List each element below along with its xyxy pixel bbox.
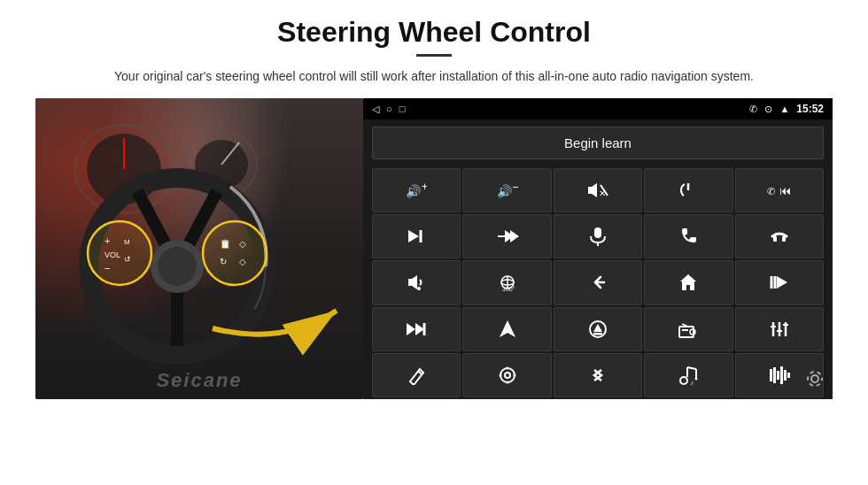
content-row: + VOL – M ↺ 📋 ◇ ↻ ◇ <box>35 98 833 399</box>
svg-text:✆: ✆ <box>767 186 775 196</box>
svg-marker-40 <box>510 230 519 242</box>
svg-point-46 <box>417 287 421 290</box>
svg-marker-55 <box>407 323 415 335</box>
svg-text:◇: ◇ <box>239 257 246 266</box>
svg-text:–: – <box>105 262 111 273</box>
svg-point-19 <box>203 221 267 285</box>
svg-point-92 <box>811 375 818 382</box>
svg-point-84 <box>695 377 698 380</box>
steering-wheel-photo: + VOL – M ↺ 📋 ◇ ↻ ◇ <box>35 98 363 399</box>
hangup-button[interactable] <box>735 214 824 258</box>
phone-prev-button[interactable]: ✆ ⏮ <box>735 168 824 212</box>
location-status-icon: ⊙ <box>764 104 772 115</box>
svg-rect-64 <box>682 329 688 331</box>
svg-point-79 <box>513 373 515 376</box>
speaker-button[interactable] <box>372 260 461 304</box>
svg-text:🔊: 🔊 <box>406 184 422 199</box>
svg-marker-54 <box>777 276 787 289</box>
svg-text:◇: ◇ <box>239 239 246 249</box>
svg-marker-36 <box>408 230 419 242</box>
skip-fwd-button[interactable] <box>372 307 461 351</box>
equalizer-button[interactable] <box>735 307 824 351</box>
status-time: 15:52 <box>796 103 824 115</box>
svg-text:+: + <box>422 181 427 193</box>
svg-point-74 <box>500 368 515 382</box>
svg-rect-61 <box>593 333 602 335</box>
home-button[interactable] <box>644 260 732 304</box>
next-track-button[interactable] <box>372 214 461 258</box>
bluetooth-button[interactable] <box>554 353 642 397</box>
gear-settings-icon[interactable] <box>804 368 825 394</box>
svg-marker-51 <box>680 274 696 290</box>
svg-rect-89 <box>780 366 783 384</box>
music-button[interactable]: ♪ <box>644 353 732 397</box>
status-bar-right: ✆ ⊙ ▲ 15:52 <box>749 103 824 115</box>
eject-button[interactable] <box>554 307 642 351</box>
svg-rect-87 <box>773 367 776 383</box>
svg-text:+: + <box>105 235 110 246</box>
svg-text:📋: 📋 <box>220 238 231 250</box>
svg-point-77 <box>506 381 508 383</box>
svg-text:✕: ✕ <box>599 189 606 198</box>
back-icon: ◁ <box>372 104 379 115</box>
page-wrapper: Steering Wheel Control Your original car… <box>0 0 868 485</box>
fast-fwd-button[interactable] <box>462 214 551 258</box>
begin-learn-row: Begin learn <box>363 119 833 166</box>
mute-button[interactable]: ✕ <box>554 168 642 212</box>
svg-text:↺: ↺ <box>124 255 131 264</box>
svg-point-78 <box>499 373 501 376</box>
svg-rect-88 <box>777 371 779 380</box>
call-button[interactable] <box>644 214 732 258</box>
svg-point-76 <box>506 366 508 369</box>
edit-button[interactable] <box>372 353 461 397</box>
svg-text:VOL: VOL <box>105 250 120 259</box>
vol-up-button[interactable]: 🔊+ <box>372 168 461 212</box>
svg-marker-60 <box>593 324 602 332</box>
svg-point-80 <box>680 377 687 384</box>
svg-text:🔊: 🔊 <box>497 184 513 199</box>
nav-button[interactable] <box>462 307 551 351</box>
svg-marker-58 <box>500 320 515 337</box>
mic-button[interactable] <box>554 214 642 258</box>
svg-text:M: M <box>124 238 130 246</box>
control-grid: 🔊+ 🔊– ✕ <box>363 166 833 399</box>
svg-marker-29 <box>588 183 597 197</box>
radio-button[interactable] <box>644 307 732 351</box>
settings2-button[interactable] <box>462 353 551 397</box>
svg-line-82 <box>687 367 696 369</box>
360-button[interactable]: 360° <box>462 260 551 304</box>
power-button[interactable] <box>644 168 732 212</box>
svg-rect-86 <box>770 369 772 381</box>
svg-rect-91 <box>787 373 790 378</box>
prev-track-button[interactable] <box>735 260 824 304</box>
svg-text:360°: 360° <box>502 286 515 292</box>
status-bar: ◁ ○ □ ✆ ⊙ ▲ 15:52 <box>363 98 833 119</box>
svg-rect-43 <box>773 236 777 242</box>
svg-rect-41 <box>594 227 601 238</box>
svg-point-75 <box>505 373 510 378</box>
back-button[interactable] <box>554 260 642 304</box>
home-nav-icon: ○ <box>386 104 392 114</box>
svg-point-12 <box>158 247 197 286</box>
svg-rect-62 <box>679 327 694 337</box>
begin-learn-button[interactable]: Begin learn <box>372 127 824 159</box>
phone-status-icon: ✆ <box>749 104 757 115</box>
subtitle: Your original car's steering wheel contr… <box>114 67 754 86</box>
svg-text:⏮: ⏮ <box>779 184 791 197</box>
page-title: Steering Wheel Control <box>277 16 591 49</box>
svg-text:↻: ↻ <box>220 257 227 266</box>
svg-rect-44 <box>782 236 786 242</box>
svg-text:♪: ♪ <box>690 379 694 385</box>
svg-text:–: – <box>513 181 518 193</box>
vol-down-button[interactable]: 🔊– <box>462 168 551 212</box>
title-divider <box>416 54 452 57</box>
seicane-watermark: Seicane <box>156 369 242 392</box>
svg-rect-90 <box>784 370 787 381</box>
wifi-status-icon: ▲ <box>779 104 789 114</box>
svg-marker-45 <box>408 275 417 289</box>
android-panel: ◁ ○ □ ✆ ⊙ ▲ 15:52 Begin learn 🔊 <box>363 98 833 399</box>
svg-point-93 <box>808 372 822 386</box>
recents-icon: □ <box>399 104 406 114</box>
status-bar-left: ◁ ○ □ <box>372 104 405 115</box>
steering-wheel-svg: + VOL – M ↺ 📋 ◇ ↻ ◇ <box>35 116 363 364</box>
